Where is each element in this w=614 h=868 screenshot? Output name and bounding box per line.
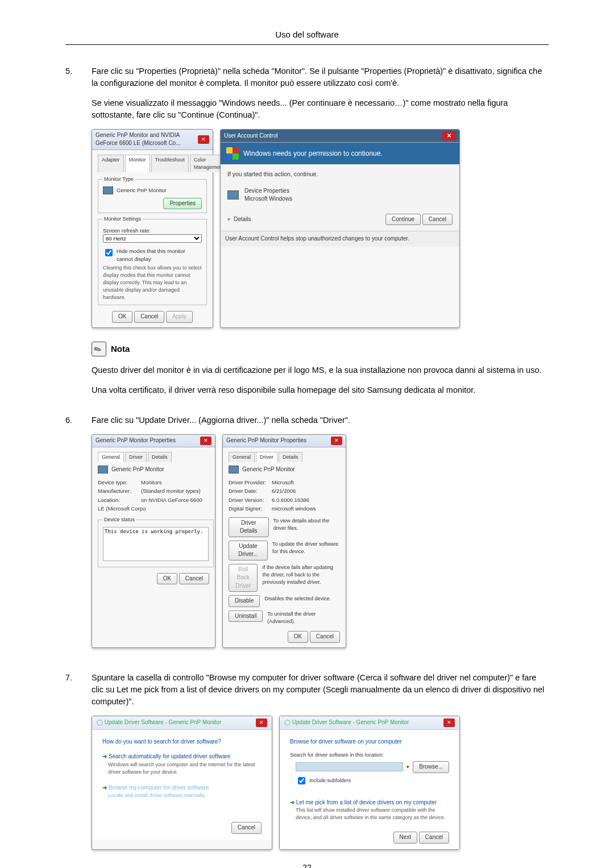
header-rule — [65, 44, 549, 45]
roll-back-driver-button[interactable]: Roll Back Driver — [229, 564, 258, 592]
browse-button[interactable]: Browse... — [413, 761, 449, 773]
cancel-button[interactable]: Cancel — [310, 631, 340, 643]
tab-details[interactable]: Details — [148, 452, 172, 462]
roll-back-desc: If the device fails after updating the d… — [262, 564, 340, 586]
figure-step7-row: ◯ Update Driver Software - Generic PnP M… — [92, 716, 549, 850]
pnp-name: Generic PnP Monitor — [111, 466, 164, 474]
monitor-type-legend: Monitor Type — [103, 176, 135, 183]
ok-button[interactable]: OK — [157, 573, 177, 585]
let-me-pick-option[interactable]: Let me pick from a list of device driver… — [290, 799, 449, 807]
continue-button[interactable]: Continue — [385, 214, 421, 226]
monitor-props-tabs: Adapter Monitor Troubleshoot Color Manag… — [98, 155, 207, 172]
location-key: Location: — [98, 496, 141, 504]
search-auto-option[interactable]: Search automatically for updated driver … — [102, 753, 262, 761]
step-5-number: 5. — [65, 65, 92, 404]
monitor-props-title: Generic PnP Monitor and NVIDIA GeForce 6… — [96, 131, 198, 148]
tab-details[interactable]: Details — [279, 452, 302, 462]
disable-button[interactable]: Disable — [229, 595, 260, 607]
driver-details-button[interactable]: Driver Details — [229, 517, 269, 537]
pnp-properties-driver-window: Generic PnP Monitor Properties ✕ General… — [222, 434, 346, 648]
pnp-name: Generic PnP Monitor — [242, 466, 295, 474]
device-type-key: Device type: — [98, 478, 141, 487]
note-paragraph-1: Questo driver del monitor è in via di ce… — [92, 364, 549, 376]
manufacturer-key: Manufacturer: — [98, 487, 141, 495]
close-icon[interactable]: ✕ — [198, 135, 209, 144]
include-subfolders-checkbox[interactable] — [298, 777, 305, 784]
back-icon[interactable]: ◯ — [284, 719, 291, 725]
properties-button[interactable]: Properties — [163, 198, 202, 210]
hide-modes-checkbox[interactable] — [105, 249, 113, 256]
close-icon[interactable]: ✕ — [331, 437, 342, 445]
uac-window: User Account Control ✕ Windows needs you… — [220, 129, 460, 328]
driver-date-value: 6/21/2006 — [272, 488, 296, 494]
cancel-button[interactable]: Cancel — [419, 832, 449, 844]
shield-icon — [226, 147, 239, 160]
let-me-pick-desc: This list will show installed driver sof… — [296, 807, 449, 821]
uac-microsoft-windows: Microsoft Windows — [244, 195, 292, 203]
close-icon[interactable]: ✕ — [256, 719, 267, 727]
apply-button[interactable]: Apply — [166, 311, 193, 323]
cancel-button[interactable]: Cancel — [179, 573, 209, 585]
uac-title: User Account Control — [224, 132, 278, 140]
location-combobox[interactable] — [296, 762, 403, 771]
close-icon[interactable]: ✕ — [442, 131, 456, 141]
close-icon[interactable]: ✕ — [443, 719, 455, 727]
ok-button[interactable]: OK — [112, 311, 132, 323]
close-icon[interactable]: ✕ — [200, 437, 211, 445]
tab-monitor[interactable]: Monitor — [125, 155, 150, 172]
step-7-number: 7. — [65, 672, 92, 863]
disable-desc: Disables the selected device. — [264, 595, 331, 603]
pencil-note-icon — [92, 342, 106, 356]
uac-details-link[interactable]: Details — [234, 215, 251, 224]
tab-general[interactable]: General — [229, 452, 255, 462]
monitor-icon — [98, 466, 108, 474]
tab-adapter[interactable]: Adapter — [98, 155, 124, 172]
search-auto-desc: Windows will search your computer and th… — [108, 761, 262, 776]
uac-banner-text: Windows needs your permission to contion… — [243, 149, 383, 159]
browse-computer-option[interactable]: Browse my computer for driver software — [102, 784, 262, 792]
figure-step6-row: Generic PnP Monitor Properties ✕ General… — [92, 434, 549, 648]
driver-details-desc: To view details about the driver files. — [273, 517, 340, 532]
monitor-properties-window: Generic PnP Monitor and NVIDIA GeForce 6… — [92, 129, 213, 328]
include-subfolders-label: Include subfolders — [309, 777, 351, 784]
back-icon[interactable]: ◯ — [97, 719, 103, 725]
device-status-text: This device is working properly. — [103, 527, 209, 561]
uac-footer-text: User Account Control helps stop unauthor… — [221, 231, 459, 247]
hide-modes-note: Clearing this check box allows you to se… — [103, 264, 202, 301]
driver-version-key: Driver Version: — [229, 496, 272, 504]
hide-modes-label: Hide modes that this monitor cannot disp… — [117, 247, 202, 263]
cancel-button[interactable]: Cancel — [422, 214, 453, 226]
uac-started-text: If you started this action, continue. — [227, 170, 453, 178]
step-5-paragraph-2: Se viene visualizzato il messaggio "Wind… — [92, 97, 549, 121]
uninstall-desc: To uninstall the driver (Advanced). — [267, 610, 340, 625]
update-driver-button[interactable]: Update Driver... — [229, 541, 268, 560]
driver-version-value: 6.0.6000.16386 — [272, 497, 309, 503]
pnp-props-title: Generic PnP Monitor Properties — [96, 437, 176, 445]
tab-driver[interactable]: Driver — [256, 452, 277, 462]
next-button[interactable]: Next — [393, 832, 418, 844]
digital-signer-value: microsoft windows — [272, 505, 316, 512]
uac-device-properties: Device Properties — [244, 187, 292, 196]
driver-date-key: Driver Date: — [229, 487, 272, 495]
page-header-title: Uso del software — [65, 28, 549, 41]
note-label: Nota — [111, 343, 130, 355]
cancel-button[interactable]: Cancel — [134, 311, 164, 323]
update-driver-desc: To update the driver software for this d… — [272, 541, 340, 555]
step-6-paragraph-1: Fare clic su "Update Driver... (Aggiorna… — [92, 414, 549, 426]
step-6-number: 6. — [65, 414, 92, 662]
page-number: 22 — [0, 862, 614, 868]
monitor-icon — [229, 466, 239, 474]
tab-general[interactable]: General — [98, 452, 124, 462]
ok-button[interactable]: OK — [288, 631, 308, 643]
search-location-label: Search for driver software in this locat… — [290, 751, 449, 759]
cancel-button[interactable]: Cancel — [231, 822, 262, 834]
chevron-down-icon[interactable]: ▾ — [227, 215, 230, 224]
device-type-value: Monitors — [141, 479, 161, 485]
tab-troubleshoot[interactable]: Troubleshoot — [151, 155, 189, 172]
digital-signer-key: Digital Signer: — [229, 504, 272, 513]
note-paragraph-2: Una volta certificato, il driver verrà r… — [92, 384, 549, 396]
wizard-crumb: Update Driver Software - Generic PnP Mon… — [292, 719, 409, 725]
uninstall-button[interactable]: Uninstall — [229, 610, 263, 622]
refresh-rate-select[interactable]: 60 Hertz — [103, 234, 202, 243]
tab-driver[interactable]: Driver — [125, 452, 147, 462]
